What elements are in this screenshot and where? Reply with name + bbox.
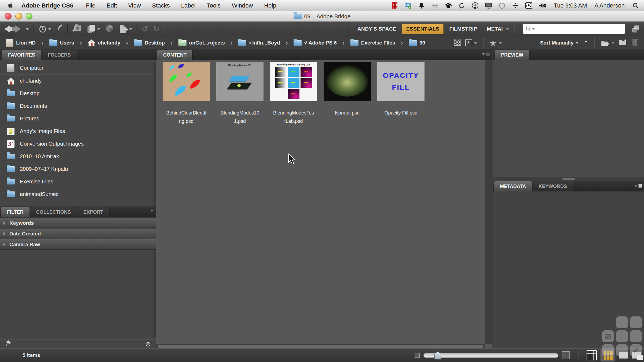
- workspace-filmstrip[interactable]: FILMSTRIP: [445, 24, 481, 34]
- crumb-infin-boyd[interactable]: • Infin...Boyd: [249, 40, 280, 46]
- tab-preview[interactable]: PREVIEW: [495, 50, 529, 60]
- favorite-computer[interactable]: Computer: [0, 62, 156, 75]
- dropbox-icon[interactable]: [405, 2, 412, 9]
- thumbnail-quality-icon[interactable]: [454, 39, 461, 47]
- rotate-right-icon[interactable]: ↻: [153, 25, 160, 33]
- filter-group-camera-raw[interactable]: Camera Raw: [0, 239, 156, 250]
- tab-keywords[interactable]: KEYWORDS: [533, 181, 573, 191]
- new-folder-icon[interactable]: [619, 39, 627, 47]
- keyboard-viewer-icon[interactable]: ✱: [525, 2, 532, 9]
- keep-filter-pin-icon[interactable]: [5, 340, 11, 348]
- delete-trash-icon[interactable]: [632, 39, 638, 47]
- smaller-thumbnails-button[interactable]: [415, 353, 420, 358]
- rotate-left-icon[interactable]: ↺: [141, 25, 148, 33]
- minimize-button[interactable]: [15, 13, 22, 20]
- search-box[interactable]: [523, 24, 625, 34]
- time-machine-icon[interactable]: [499, 2, 506, 9]
- thumbnail-blendingmodes101[interactable]: Blending Modes 101: [216, 62, 264, 101]
- file-item-blendingmodes101[interactable]: Blending Modes 101 BlendingModes10 1.psd: [213, 62, 267, 125]
- film-strip-icon[interactable]: [391, 2, 398, 9]
- sync-icon[interactable]: [458, 2, 465, 9]
- notifications-bell-icon[interactable]: [418, 2, 425, 9]
- favorite-2009-07-17-kripalu[interactable]: 2009–07–17 Kripalu: [0, 163, 156, 175]
- menu-label[interactable]: Label: [175, 2, 201, 9]
- compact-mode-icon[interactable]: [632, 25, 640, 33]
- file-name[interactable]: BlendingModesTes tLab.psd: [267, 109, 320, 125]
- crumb-chefandy[interactable]: chefandy: [98, 40, 120, 46]
- batch-files-button[interactable]: [87, 24, 100, 34]
- spotlight-search-icon[interactable]: [632, 2, 639, 9]
- tab-filter[interactable]: FILTER: [1, 207, 30, 217]
- crumb-exercise-files[interactable]: Exercise Files: [361, 40, 395, 46]
- search-input[interactable]: [536, 26, 622, 32]
- thumbnail-blendingmodestestlab[interactable]: Blending Modes Testing Lab: [270, 62, 317, 101]
- file-item-normal[interactable]: Normal.psd: [320, 62, 374, 117]
- view-as-details-button[interactable]: [619, 352, 628, 359]
- favorites-scrollbar[interactable]: [153, 62, 156, 338]
- preview-generation-icon[interactable]: [465, 39, 477, 46]
- paw-print-icon[interactable]: [445, 2, 452, 9]
- sort-direction-icon[interactable]: ⌃: [584, 40, 588, 46]
- crumb-adobe-ps6[interactable]: √ Adobe PS 6: [304, 40, 337, 46]
- forward-button[interactable]: [15, 25, 21, 33]
- menu-view[interactable]: View: [123, 2, 147, 9]
- tab-export[interactable]: EXPORT: [78, 207, 109, 217]
- output-button[interactable]: [119, 24, 132, 34]
- clear-filter-icon[interactable]: ⊘: [145, 340, 151, 348]
- tab-favorites[interactable]: FAVORITES: [2, 50, 41, 60]
- crumb-users[interactable]: Users: [60, 40, 74, 46]
- favorite-desktop[interactable]: Desktop: [0, 87, 156, 100]
- open-folder-control[interactable]: [601, 39, 614, 46]
- content-panel-menu[interactable]: [482, 53, 490, 56]
- tab-folders[interactable]: FOLDERS: [42, 50, 77, 60]
- file-name[interactable]: Opacity Fill.psd: [374, 109, 428, 117]
- thumbnail-size-slider-thumb[interactable]: [434, 352, 441, 360]
- expand-icon[interactable]: [3, 221, 6, 225]
- accessibility-icon[interactable]: [472, 2, 479, 9]
- thumbnail-size-slider[interactable]: [423, 353, 558, 358]
- search-scope-dropdown-icon[interactable]: [532, 28, 535, 30]
- crumb-desktop[interactable]: Desktop: [145, 40, 165, 46]
- snowflake-icon[interactable]: [431, 2, 438, 9]
- file-name[interactable]: Normal.psd: [320, 109, 374, 117]
- file-name[interactable]: BlendingModes10 1.psd: [213, 109, 267, 125]
- tab-content[interactable]: CONTENT: [157, 50, 193, 60]
- favorite-chefandy[interactable]: chefandy: [0, 75, 156, 87]
- crumb-09[interactable]: 09: [419, 40, 425, 46]
- sort-control[interactable]: Sort Manually ⌃: [540, 40, 588, 46]
- back-button[interactable]: [4, 25, 10, 33]
- expand-icon[interactable]: [3, 242, 6, 247]
- crumb-lion-hd[interactable]: Lion HD: [16, 40, 36, 46]
- zoom-button[interactable]: [26, 13, 32, 20]
- content-vertical-scrollbar[interactable]: [485, 60, 492, 344]
- content-horizontal-scrollbar[interactable]: [156, 344, 485, 349]
- workspace-dropdown-icon[interactable]: [506, 28, 510, 30]
- favorite-andys-image-files[interactable]: Andy's Image Files: [0, 125, 156, 138]
- workspace-andys-space[interactable]: ANDY'S SPACE: [353, 24, 400, 34]
- menu-window[interactable]: Window: [226, 2, 258, 9]
- return-to-photoshop-button[interactable]: [56, 24, 63, 34]
- thumbnail-behindclearblending[interactable]: [163, 62, 210, 101]
- filter-group-keywords[interactable]: Keywords: [0, 218, 156, 228]
- recent-locations-dropdown-icon[interactable]: [26, 28, 29, 30]
- file-name[interactable]: BehindClearBlendi ng.psd: [159, 109, 213, 125]
- workspace-essentials[interactable]: ESSENTIALS: [402, 24, 444, 34]
- recent-files-button[interactable]: [38, 25, 51, 33]
- display-icon[interactable]: [485, 2, 492, 9]
- tab-metadata[interactable]: METADATA: [494, 181, 532, 191]
- sort-label[interactable]: Sort Manually: [540, 40, 574, 46]
- apple-menu-icon[interactable]: [7, 2, 14, 10]
- filter-group-date-created[interactable]: Date Created: [0, 229, 156, 239]
- menu-edit[interactable]: Edit: [101, 2, 123, 9]
- rating-filter-icon[interactable]: ★: [489, 38, 502, 48]
- menu-file[interactable]: File: [80, 2, 101, 9]
- window-title-bar[interactable]: 09 – Adobe Bridge: [0, 11, 644, 22]
- tab-collections[interactable]: COLLECTIONS: [30, 207, 77, 217]
- thumbnail-opacity-fill[interactable]: OPACITY FILL: [377, 62, 425, 101]
- view-as-list-button[interactable]: [632, 352, 641, 359]
- file-item-behindclearblending[interactable]: BehindClearBlendi ng.psd: [159, 62, 213, 125]
- menu-stacks[interactable]: Stacks: [147, 2, 175, 9]
- expand-icon[interactable]: [3, 232, 6, 236]
- view-as-thumbnails-button[interactable]: [601, 349, 615, 361]
- spaces-icon[interactable]: [512, 2, 519, 9]
